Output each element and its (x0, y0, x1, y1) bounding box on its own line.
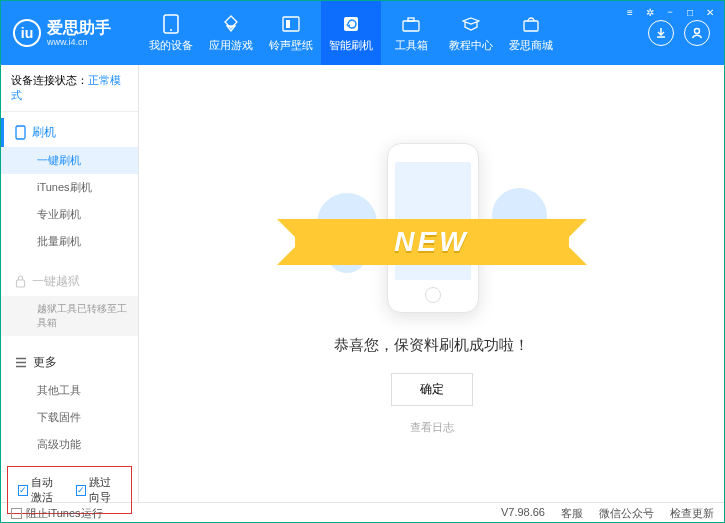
new-text: NEW (394, 226, 468, 258)
sidebar-item-advanced[interactable]: 高级功能 (1, 431, 138, 458)
svg-rect-3 (286, 20, 290, 28)
skip-wizard-checkbox[interactable]: ✓跳过向导 (76, 475, 122, 505)
support-link[interactable]: 客服 (561, 506, 583, 521)
window-controls: ≡ ✲ － □ ✕ (622, 5, 718, 19)
sidebar-jailbreak-header: 一键越狱 (1, 267, 138, 296)
checkbox-label: 跳过向导 (89, 475, 122, 505)
phone-small-icon (15, 125, 26, 140)
auto-activate-checkbox[interactable]: ✓自动激活 (18, 475, 64, 505)
nav-label: 应用游戏 (209, 38, 253, 53)
svg-point-8 (695, 29, 700, 34)
wechat-link[interactable]: 微信公众号 (599, 506, 654, 521)
main-content: NEW 恭喜您，保资料刷机成功啦！ 确定 查看日志 (139, 65, 724, 502)
apps-icon (221, 14, 241, 34)
sidebar-item-batch-flash[interactable]: 批量刷机 (1, 228, 138, 255)
svg-rect-6 (408, 18, 414, 21)
menu-icon[interactable]: ≡ (622, 5, 638, 19)
header-actions (648, 20, 724, 46)
nav-label: 智能刷机 (329, 38, 373, 53)
view-log-link[interactable]: 查看日志 (410, 420, 454, 435)
jailbreak-note: 越狱工具已转移至工具箱 (1, 296, 138, 336)
nav-store[interactable]: 爱思商城 (501, 1, 561, 65)
sidebar: 设备连接状态：正常模式 刷机 一键刷机 iTunes刷机 专业刷机 批量刷机 一… (1, 65, 139, 502)
nav-tutorials[interactable]: 教程中心 (441, 1, 501, 65)
nav-label: 铃声壁纸 (269, 38, 313, 53)
svg-rect-10 (17, 280, 25, 287)
checkbox-icon (11, 508, 22, 519)
user-button[interactable] (684, 20, 710, 46)
sidebar-header-label: 刷机 (32, 124, 56, 141)
svg-rect-9 (16, 126, 25, 139)
check-update-link[interactable]: 检查更新 (670, 506, 714, 521)
flash-icon (341, 14, 361, 34)
download-button[interactable] (648, 20, 674, 46)
settings-icon[interactable]: ✲ (642, 5, 658, 19)
sidebar-flash-header[interactable]: 刷机 (1, 118, 138, 147)
tutorial-icon (461, 14, 481, 34)
nav-my-device[interactable]: 我的设备 (141, 1, 201, 65)
block-itunes-checkbox[interactable]: 阻止iTunes运行 (11, 506, 103, 521)
sidebar-item-itunes-flash[interactable]: iTunes刷机 (1, 174, 138, 201)
lock-icon (15, 275, 26, 288)
logo-icon: iu (13, 19, 41, 47)
footer: 阻止iTunes运行 V7.98.66 客服 微信公众号 检查更新 (1, 502, 724, 523)
connection-status: 设备连接状态：正常模式 (1, 65, 138, 112)
store-icon (521, 14, 541, 34)
nav-smart-flash[interactable]: 智能刷机 (321, 1, 381, 65)
sidebar-header-label: 一键越狱 (32, 273, 80, 290)
svg-rect-5 (403, 21, 419, 31)
sidebar-item-download-firmware[interactable]: 下载固件 (1, 404, 138, 431)
main-navbar: 我的设备 应用游戏 铃声壁纸 智能刷机 工具箱 教程中心 爱思商城 (141, 1, 648, 65)
close-button[interactable]: ✕ (702, 5, 718, 19)
sidebar-item-other-tools[interactable]: 其他工具 (1, 377, 138, 404)
toolbox-icon (401, 14, 421, 34)
nav-label: 爱思商城 (509, 38, 553, 53)
checkbox-label: 阻止iTunes运行 (26, 506, 103, 521)
nav-ringtones[interactable]: 铃声壁纸 (261, 1, 321, 65)
logo-area: iu 爱思助手 www.i4.cn (1, 19, 141, 47)
maximize-button[interactable]: □ (682, 5, 698, 19)
svg-rect-7 (524, 21, 538, 31)
svg-point-1 (170, 29, 172, 31)
sidebar-item-pro-flash[interactable]: 专业刷机 (1, 201, 138, 228)
brand-name: 爱思助手 (47, 19, 111, 37)
app-header: iu 爱思助手 www.i4.cn 我的设备 应用游戏 铃声壁纸 智能刷机 工具… (1, 1, 724, 65)
sidebar-item-oneclick-flash[interactable]: 一键刷机 (1, 147, 138, 174)
sidebar-more-header[interactable]: 更多 (1, 348, 138, 377)
version-label: V7.98.66 (501, 506, 545, 521)
status-label: 设备连接状态： (11, 74, 88, 86)
list-icon (15, 357, 27, 368)
sidebar-header-label: 更多 (33, 354, 57, 371)
brand-url: www.i4.cn (47, 37, 111, 47)
minimize-button[interactable]: － (662, 5, 678, 19)
ok-button[interactable]: 确定 (391, 373, 473, 406)
phone-icon (161, 14, 181, 34)
svg-rect-2 (283, 17, 299, 31)
success-message: 恭喜您，保资料刷机成功啦！ (334, 336, 529, 355)
nav-apps-games[interactable]: 应用游戏 (201, 1, 261, 65)
nav-label: 我的设备 (149, 38, 193, 53)
checkbox-label: 自动激活 (31, 475, 64, 505)
nav-label: 教程中心 (449, 38, 493, 53)
nav-label: 工具箱 (395, 38, 428, 53)
success-illustration: NEW (317, 133, 547, 318)
wallpaper-icon (281, 14, 301, 34)
new-banner: NEW (295, 219, 569, 265)
nav-toolbox[interactable]: 工具箱 (381, 1, 441, 65)
checkbox-icon: ✓ (18, 485, 28, 496)
checkbox-icon: ✓ (76, 485, 86, 496)
